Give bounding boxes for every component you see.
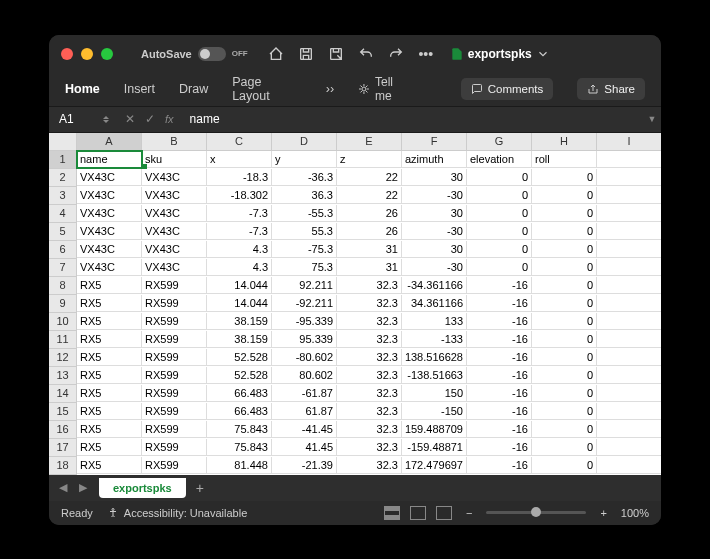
cell-E17[interactable]: 32.3 [337,439,402,456]
cell-A1[interactable]: name [77,151,142,168]
tab-page-layout[interactable]: Page Layout [232,75,302,103]
col-header-F[interactable]: F [402,133,467,151]
cell-A2[interactable]: VX43C [77,169,142,186]
cell-E2[interactable]: 22 [337,169,402,186]
formula-expand[interactable]: ▼ [643,114,661,124]
cell-A6[interactable]: VX43C [77,241,142,258]
cell-I11[interactable] [597,331,661,348]
cell-G2[interactable]: 0 [467,169,532,186]
cell-I16[interactable] [597,421,661,438]
cell-H18[interactable]: 0 [532,457,597,474]
col-header-D[interactable]: D [272,133,337,151]
cell-F11[interactable]: -133 [402,331,467,348]
row-header-3[interactable]: 3 [49,187,77,205]
select-all-corner[interactable] [49,133,77,151]
tab-home[interactable]: Home [65,82,100,96]
cell-E10[interactable]: 32.3 [337,313,402,330]
cancel-icon[interactable]: ✕ [125,112,135,126]
cell-H16[interactable]: 0 [532,421,597,438]
row-header-18[interactable]: 18 [49,457,77,475]
cell-B4[interactable]: VX43C [142,205,207,222]
cell-G12[interactable]: -16 [467,349,532,366]
cell-A14[interactable]: RX5 [77,385,142,402]
cell-F8[interactable]: -34.361166 [402,277,467,294]
row-header-17[interactable]: 17 [49,439,77,457]
cell-E4[interactable]: 26 [337,205,402,222]
cell-B11[interactable]: RX599 [142,331,207,348]
cell-I8[interactable] [597,277,661,294]
cell-F4[interactable]: 30 [402,205,467,222]
add-sheet-button[interactable]: + [188,480,212,496]
cell-C3[interactable]: -18.302 [207,187,272,204]
fullscreen-button[interactable] [101,48,113,60]
row-header-15[interactable]: 15 [49,403,77,421]
row-header-1[interactable]: 1 [49,151,77,169]
cell-E7[interactable]: 31 [337,259,402,276]
cell-G9[interactable]: -16 [467,295,532,312]
cell-D5[interactable]: 55.3 [272,223,337,240]
cell-H14[interactable]: 0 [532,385,597,402]
cell-B3[interactable]: VX43C [142,187,207,204]
cell-A17[interactable]: RX5 [77,439,142,456]
zoom-slider[interactable] [486,511,586,514]
cell-A18[interactable]: RX5 [77,457,142,474]
cell-F7[interactable]: -30 [402,259,467,276]
cell-I7[interactable] [597,259,661,276]
row-header-11[interactable]: 11 [49,331,77,349]
cell-A4[interactable]: VX43C [77,205,142,222]
view-page-layout[interactable] [410,506,426,520]
minimize-button[interactable] [81,48,93,60]
row-header-12[interactable]: 12 [49,349,77,367]
cell-B12[interactable]: RX599 [142,349,207,366]
cell-H17[interactable]: 0 [532,439,597,456]
cell-C13[interactable]: 52.528 [207,367,272,384]
cell-D12[interactable]: -80.602 [272,349,337,366]
cell-G13[interactable]: -16 [467,367,532,384]
cell-F12[interactable]: 138.516628 [402,349,467,366]
cell-A8[interactable]: RX5 [77,277,142,294]
cell-H12[interactable]: 0 [532,349,597,366]
col-header-E[interactable]: E [337,133,402,151]
cell-H3[interactable]: 0 [532,187,597,204]
cell-H2[interactable]: 0 [532,169,597,186]
cell-I12[interactable] [597,349,661,366]
row-header-7[interactable]: 7 [49,259,77,277]
cell-I3[interactable] [597,187,661,204]
cell-E16[interactable]: 32.3 [337,421,402,438]
cell-D6[interactable]: -75.3 [272,241,337,258]
cell-E15[interactable]: 32.3 [337,403,402,420]
cell-A5[interactable]: VX43C [77,223,142,240]
cell-D17[interactable]: 41.45 [272,439,337,456]
cell-G11[interactable]: -16 [467,331,532,348]
cell-G5[interactable]: 0 [467,223,532,240]
cell-C14[interactable]: 66.483 [207,385,272,402]
cell-D18[interactable]: -21.39 [272,457,337,474]
view-normal[interactable] [384,506,400,520]
cell-G18[interactable]: -16 [467,457,532,474]
undo-icon[interactable] [358,46,374,62]
cell-C18[interactable]: 81.448 [207,457,272,474]
view-page-break[interactable] [436,506,452,520]
row-header-13[interactable]: 13 [49,367,77,385]
row-header-2[interactable]: 2 [49,169,77,187]
cell-H9[interactable]: 0 [532,295,597,312]
cell-D7[interactable]: 75.3 [272,259,337,276]
cell-I1[interactable] [597,151,661,168]
zoom-in[interactable]: + [600,507,606,519]
cell-C12[interactable]: 52.528 [207,349,272,366]
cell-C7[interactable]: 4.3 [207,259,272,276]
cell-A3[interactable]: VX43C [77,187,142,204]
cell-G7[interactable]: 0 [467,259,532,276]
cell-F3[interactable]: -30 [402,187,467,204]
cell-F13[interactable]: -138.51663 [402,367,467,384]
cell-D13[interactable]: 80.602 [272,367,337,384]
cell-B8[interactable]: RX599 [142,277,207,294]
save-as-icon[interactable] [328,46,344,62]
cell-A13[interactable]: RX5 [77,367,142,384]
cell-B14[interactable]: RX599 [142,385,207,402]
row-header-16[interactable]: 16 [49,421,77,439]
cell-E5[interactable]: 26 [337,223,402,240]
row-header-4[interactable]: 4 [49,205,77,223]
cell-F18[interactable]: 172.479697 [402,457,467,474]
more-icon[interactable]: ••• [418,46,434,62]
